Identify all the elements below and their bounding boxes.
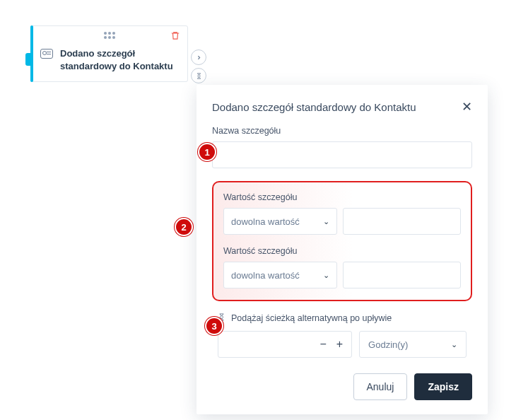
callout-badge-2: 2 bbox=[175, 218, 193, 236]
detail-value-input-1[interactable] bbox=[343, 208, 461, 235]
panel-title: Dodano szczegół standardowy do Kontaktu bbox=[212, 101, 416, 113]
stepper-minus-icon[interactable]: − bbox=[319, 338, 326, 351]
highlighted-section: Wartość szczegółu dowolna wartość ⌄ Wart… bbox=[212, 181, 472, 301]
detail-value-label-2: Wartość szczegółu bbox=[223, 246, 461, 256]
stepper-plus-icon[interactable]: + bbox=[336, 338, 343, 351]
detail-name-label: Nazwa szczegółu bbox=[212, 126, 472, 136]
card-title: Dodano szczegół standardowy do Kontaktu bbox=[60, 47, 179, 72]
callout-badge-3: 3 bbox=[205, 317, 223, 335]
proceed-circle-button[interactable] bbox=[191, 49, 206, 65]
detail-value-select-1[interactable]: dowolna wartość ⌄ bbox=[223, 208, 337, 235]
wait-circle-button[interactable] bbox=[191, 68, 206, 83]
automation-node-card[interactable]: Dodano szczegół standardowy do Kontaktu bbox=[31, 25, 188, 82]
drag-handle-icon[interactable] bbox=[104, 32, 115, 39]
time-unit-select[interactable]: Godzin(y) ⌄ bbox=[359, 331, 467, 358]
contact-card-icon bbox=[40, 49, 53, 59]
save-button[interactable]: Zapisz bbox=[414, 373, 472, 400]
detail-value-select-2[interactable]: dowolna wartość ⌄ bbox=[223, 262, 337, 288]
detail-value-input-2[interactable] bbox=[343, 262, 461, 288]
select-value: Godzin(y) bbox=[368, 339, 408, 350]
cancel-button[interactable]: Anuluj bbox=[353, 373, 408, 400]
select-value: dowolna wartość bbox=[231, 270, 300, 281]
close-icon[interactable]: ✕ bbox=[462, 100, 472, 113]
detail-value-label-1: Wartość szczegółu bbox=[223, 192, 461, 202]
time-quantity-stepper[interactable]: − + bbox=[218, 331, 352, 358]
chevron-down-icon: ⌄ bbox=[323, 217, 329, 226]
trash-icon[interactable] bbox=[170, 30, 180, 43]
detail-name-input[interactable] bbox=[212, 141, 472, 168]
edit-node-panel: Dodano szczegół standardowy do Kontaktu … bbox=[197, 85, 488, 414]
altpath-label: Podążaj ścieżką alternatywną po upływie bbox=[231, 313, 392, 323]
chevron-down-icon: ⌄ bbox=[451, 340, 457, 349]
callout-badge-1: 1 bbox=[198, 143, 216, 161]
card-side-tab bbox=[25, 53, 31, 66]
select-value: dowolna wartość bbox=[231, 216, 300, 227]
chevron-down-icon: ⌄ bbox=[323, 271, 329, 280]
